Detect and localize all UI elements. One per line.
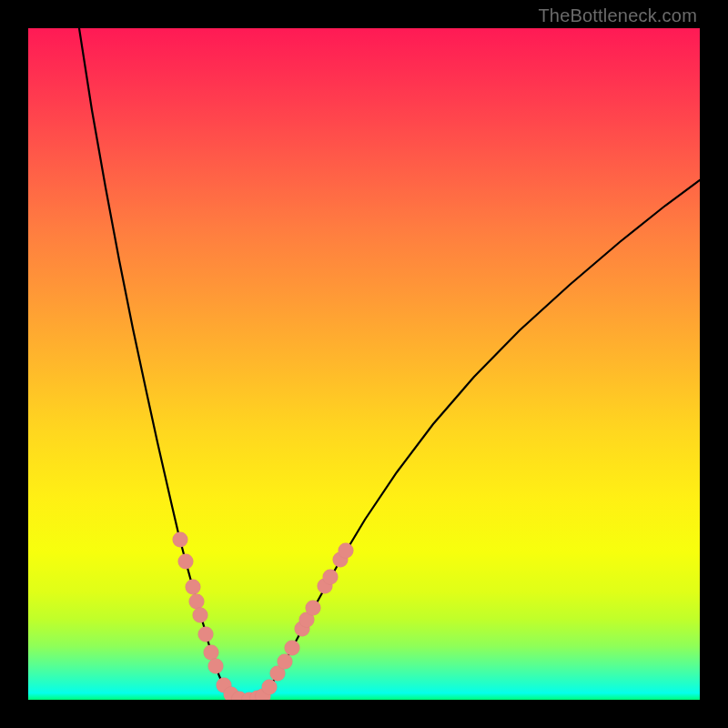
data-dots xyxy=(173,532,354,701)
data-dot xyxy=(285,641,300,656)
data-dot xyxy=(178,554,194,570)
data-dot xyxy=(189,594,205,610)
data-dot xyxy=(306,601,321,616)
data-dot xyxy=(198,627,214,642)
data-dot xyxy=(262,680,278,695)
watermark-text: TheBottleneck.com xyxy=(538,5,697,26)
plot-area xyxy=(28,28,700,700)
data-dot xyxy=(173,532,188,548)
chart-frame: TheBottleneck.com xyxy=(0,0,728,728)
data-dot xyxy=(186,580,201,595)
bottleneck-curve xyxy=(79,28,700,700)
data-dot xyxy=(204,645,219,661)
curve-svg xyxy=(28,28,700,700)
data-dot xyxy=(323,570,339,585)
data-dot xyxy=(208,659,224,674)
data-dot xyxy=(339,543,354,559)
data-dot xyxy=(193,608,208,623)
data-dot xyxy=(278,654,293,670)
